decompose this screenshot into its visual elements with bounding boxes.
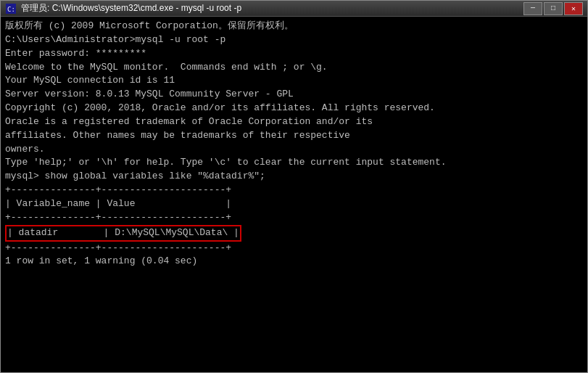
console-body[interactable]: 版权所有 (c) 2009 Microsoft Corporation。保留所有…: [1, 17, 587, 372]
console-line: Oracle is a registered trademark of Orac…: [5, 115, 583, 129]
title-bar: C: 管理员: C:\Windows\system32\cmd.exe - my…: [1, 1, 587, 17]
console-line: +---------------+----------------------+: [5, 184, 583, 197]
minimize-button[interactable]: ─: [523, 2, 542, 15]
console-line: Welcome to the MySQL monitor. Commands e…: [5, 61, 583, 75]
highlighted-row: | datadir | D:\MySQL\MySQL\Data\ |: [5, 225, 241, 242]
console-line: mysql> show global variables like "%data…: [5, 170, 583, 184]
console-line: C:\Users\Administrator>mysql -u root -p: [5, 33, 583, 47]
close-button[interactable]: ✕: [564, 2, 583, 15]
console-line: affiliates. Other names may be trademark…: [5, 129, 583, 143]
window-controls: ─ □ ✕: [523, 2, 583, 15]
footer-line: 1 row in set, 1 warning (0.04 sec): [5, 255, 583, 269]
console-line: Server version: 8.0.13 MySQL Community S…: [5, 88, 583, 102]
svg-text:C:: C:: [7, 6, 15, 13]
console-line: | Variable_name | Value |: [5, 197, 583, 211]
cmd-window: C: 管理员: C:\Windows\system32\cmd.exe - my…: [0, 0, 588, 373]
console-line: Your MySQL connection id is 11: [5, 74, 583, 88]
console-line: Enter password: *********: [5, 47, 583, 61]
console-line: +---------------+----------------------+: [5, 242, 583, 255]
title-text: 管理员: C:\Windows\system32\cmd.exe - mysql…: [21, 2, 523, 15]
maximize-button[interactable]: □: [544, 2, 563, 15]
console-line: Copyright (c) 2000, 2018, Oracle and/or …: [5, 102, 583, 115]
console-line: +---------------+----------------------+: [5, 211, 583, 225]
console-line: owners.: [5, 143, 583, 157]
console-line: Type 'help;' or '\h' for help. Type '\c'…: [5, 156, 583, 170]
console-line: 版权所有 (c) 2009 Microsoft Corporation。保留所有…: [5, 20, 583, 33]
cmd-icon: C:: [5, 3, 17, 15]
